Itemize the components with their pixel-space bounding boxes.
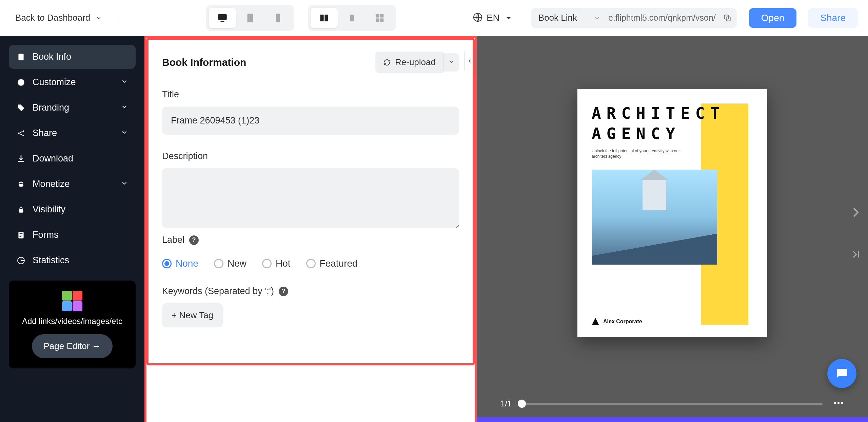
- sidebar-item-label: Customize: [33, 77, 114, 88]
- reupload-dropdown[interactable]: [443, 53, 459, 72]
- caret-down-icon: [503, 13, 514, 23]
- chevron-down-icon: [448, 59, 454, 65]
- promo-icons: [62, 291, 82, 311]
- svg-rect-10: [380, 18, 383, 22]
- chart-icon: [16, 256, 26, 265]
- brand-logo-icon: [592, 318, 599, 325]
- label-radio-new[interactable]: New: [214, 258, 246, 269]
- sidebar-item-book-info[interactable]: Book Info: [9, 45, 136, 69]
- help-icon[interactable]: ?: [279, 287, 288, 296]
- chevron-down-icon: [95, 15, 102, 21]
- help-icon[interactable]: ?: [189, 235, 199, 245]
- sidebar-item-share[interactable]: Share: [9, 121, 136, 145]
- svg-rect-8: [380, 14, 383, 17]
- label-radio-group: None New Hot Featured: [162, 258, 459, 269]
- svg-rect-14: [18, 54, 23, 60]
- single-page-button[interactable]: [338, 8, 366, 28]
- slide-view-button[interactable]: [366, 8, 393, 28]
- sidebar-item-customize[interactable]: Customize: [9, 70, 136, 94]
- divider: [119, 11, 119, 25]
- radio-label: None: [176, 258, 198, 269]
- svg-point-15: [18, 79, 24, 86]
- copy-link-button[interactable]: [721, 11, 734, 25]
- sidebar-item-label: Branding: [33, 102, 114, 113]
- label-radio-none[interactable]: None: [162, 258, 198, 269]
- panel-heading: Book Information: [162, 57, 246, 68]
- lock-icon: [16, 205, 26, 214]
- chevron-down-icon: [121, 77, 128, 88]
- page-editor-promo: Add links/videos/images/etc Page Editor …: [9, 281, 136, 368]
- sidebar-item-forms[interactable]: Forms: [9, 223, 136, 247]
- sidebar-item-label: Share: [33, 128, 114, 138]
- next-page-button[interactable]: [848, 204, 864, 222]
- download-icon: [16, 154, 26, 164]
- book-title-line1: ARCHITECT: [592, 103, 767, 124]
- back-to-dashboard[interactable]: Back to Dashboard: [10, 13, 102, 23]
- book-link-group: Book Link e.fliphtml5.com/qnkpm/vson/: [531, 8, 737, 28]
- add-tag-button[interactable]: + New Tag: [162, 303, 223, 327]
- more-options-button[interactable]: [833, 397, 844, 410]
- title-label: Title: [162, 89, 459, 100]
- book-cover-image: [592, 170, 717, 265]
- link-type-label: Book Link: [538, 13, 577, 23]
- label-radio-hot[interactable]: Hot: [262, 258, 291, 269]
- label-radio-featured[interactable]: Featured: [306, 258, 358, 269]
- description-input[interactable]: [162, 168, 459, 228]
- language-selector[interactable]: EN: [472, 12, 514, 24]
- sidebar-item-branding[interactable]: Branding: [9, 96, 136, 120]
- svg-point-22: [837, 402, 840, 404]
- link-type-select[interactable]: Book Link: [538, 13, 604, 23]
- sidebar-item-download[interactable]: Download: [9, 147, 136, 171]
- mobile-view-button[interactable]: [264, 8, 292, 28]
- svg-point-21: [834, 402, 836, 404]
- last-page-button[interactable]: [850, 248, 862, 262]
- promo-text: Add links/videos/images/etc: [16, 316, 129, 326]
- page-editor-button[interactable]: Page Editor →: [32, 334, 112, 358]
- share-button[interactable]: Share: [808, 8, 858, 28]
- sidebar-item-label: Forms: [33, 230, 128, 240]
- chevron-down-icon: [594, 15, 600, 21]
- sidebar-item-label: Download: [33, 153, 128, 164]
- chevron-right-icon: [848, 204, 864, 220]
- radio-label: New: [228, 258, 246, 269]
- open-button[interactable]: Open: [749, 8, 797, 28]
- globe-icon: [472, 12, 483, 24]
- book-cover[interactable]: ARCHITECT AGENCY Unlock the full potenti…: [577, 89, 767, 337]
- back-label: Back to Dashboard: [15, 13, 90, 23]
- link-url: e.fliphtml5.com/qnkpm/vson/: [605, 13, 719, 23]
- desktop-view-button[interactable]: [209, 8, 236, 28]
- chat-support-button[interactable]: [827, 359, 856, 388]
- top-header: Back to Dashboard EN: [0, 0, 868, 36]
- preview-stage: ARCHITECT AGENCY Unlock the full potenti…: [477, 36, 868, 390]
- radio-icon: [262, 259, 272, 268]
- svg-rect-2: [247, 14, 253, 22]
- slider-thumb[interactable]: [518, 400, 526, 408]
- chevron-down-icon: [121, 102, 128, 113]
- sidebar-item-label: Book Info: [33, 52, 128, 62]
- chat-icon: [835, 366, 849, 381]
- book-title-line2: AGENCY: [592, 124, 767, 144]
- book-preview: ARCHITECT AGENCY Unlock the full potenti…: [477, 36, 868, 422]
- tag-icon: [16, 103, 26, 113]
- layout-group: [308, 5, 396, 31]
- share-icon: [16, 129, 26, 138]
- radio-icon: [214, 259, 223, 268]
- double-page-button[interactable]: [311, 8, 338, 28]
- sidebar-item-statistics[interactable]: Statistics: [9, 248, 136, 272]
- chevron-down-icon: [121, 179, 128, 189]
- title-input[interactable]: [162, 107, 459, 135]
- sidebar-item-visibility[interactable]: Visibility: [9, 197, 136, 222]
- preview-controls: 1/1: [477, 390, 868, 417]
- reupload-label: Re-upload: [395, 57, 436, 68]
- reupload-button[interactable]: Re-upload: [375, 52, 443, 73]
- radio-icon: [162, 259, 172, 268]
- collapse-panel-button[interactable]: [464, 51, 475, 71]
- tablet-view-button[interactable]: [237, 8, 264, 28]
- page-slider[interactable]: [522, 403, 823, 405]
- skip-end-icon: [850, 248, 862, 261]
- svg-rect-19: [19, 209, 23, 212]
- book-subtitle: Unlock the full potential of your creati…: [592, 148, 687, 160]
- upgrade-banner[interactable]: [477, 417, 868, 422]
- svg-rect-1: [220, 21, 224, 22]
- sidebar-item-monetize[interactable]: Monetize: [9, 172, 136, 196]
